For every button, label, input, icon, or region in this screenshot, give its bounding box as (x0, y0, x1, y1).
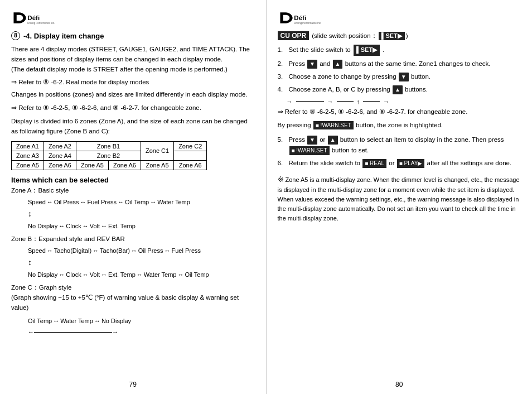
cell-ba56: Zone A5 Zone A6 (76, 160, 141, 170)
defi-logo-right: Défi Driving Performance Inc. (278, 10, 521, 26)
ref-right: ⇒ Refer to ⑧ -6-2-5, ⑧ -6-2-6, and ⑧ -6-… (278, 107, 521, 117)
page-num-left: 79 (129, 381, 137, 388)
svg-text:Driving Performance Inc.: Driving Performance Inc. (27, 22, 55, 25)
zone-c-flow: Oil Temp ↔ Water Temp ↔ No Display ← → (28, 316, 255, 337)
steps-list-2: 5. Press ▼ or ▲ button to select an item… (278, 134, 521, 168)
zone-c-label: Zone C：Graph style (11, 284, 255, 292)
step-4: 4. Choose zone A, B, or C by pressing ▲ … (278, 84, 521, 94)
note-box: ※Zone A5 is a multi-display zone. When t… (278, 174, 521, 223)
step-2: 2. Press ▼ and ▲ buttons at the same tim… (278, 59, 521, 69)
ref2: Refer to ⑧ -6-2-5, ⑧ -6-2-6, and ⑧ -6-2-… (11, 103, 255, 113)
para1: There are 4 display modes (STREET, GAUGE… (11, 45, 255, 74)
zone-a-row2: No Display ↔ Clock ↔ Volt ↔ Ext. Temp (28, 221, 255, 232)
cell-a2: Zone A2 (43, 141, 76, 151)
step-3: 3. Choose a zone to change by pressing ▼… (278, 71, 521, 81)
section-num: 8 (11, 31, 20, 40)
cell-a5a: Zone A5 (12, 160, 44, 170)
zone-table: Zone A1 Zone A2 Zone B1 Zone C1 Zone C2 … (11, 141, 207, 170)
para2: Changes in positions (zones) and sizes a… (11, 90, 255, 100)
left-page: Défi Driving Performance Inc. 8 -4. Disp… (0, 0, 267, 394)
step-6: 6. Return the slide switch to ■ REAL or … (278, 158, 521, 168)
steps-list: 1. Set the slide switch to ▌SET▶ . 2. Pr… (278, 45, 521, 95)
zone-b-label: Zone B：Expanded style and REV BAR (11, 235, 255, 243)
by-pressing: By pressing ■ !WARN.SET button, the zone… (278, 121, 521, 131)
zone-b-flow: Speed ↔ Tacho(Digital) ↔ Tacho(Bar) ↔ Oi… (28, 246, 255, 280)
cell-b1: Zone B1 (76, 141, 141, 151)
zone-c-row1: Oil Temp ↔ Water Temp ↔ No Display (28, 316, 255, 326)
zone-a-row1: Speed ↔ Oil Press ↔ Fuel Press ↔ Oil Tem… (28, 197, 255, 208)
section-title-left: 8 -4. Display item change (11, 31, 255, 40)
cell-a6a: Zone A6 (43, 160, 76, 170)
cell-b2: Zone B2 (76, 151, 141, 160)
cell-a5c: Zone A5 (141, 160, 173, 170)
cell-a6b: Zone A6 (108, 161, 140, 170)
zone-a-label: Zone A：Basic style (11, 186, 255, 195)
zone-b-row1: Speed ↔ Tacho(Digital) ↔ Tacho(Bar) ↔ Oi… (28, 246, 255, 256)
zone-b-row2: No Display ↔ Clock ↔ Volt ↔ Ext. Temp ↔ … (28, 270, 255, 280)
arrow-diagram-row: → → ↑ → (287, 98, 521, 105)
cell-c2b (174, 151, 207, 160)
cell-a1: Zone A1 (12, 141, 44, 151)
items-title: Items which can be selected (11, 176, 255, 184)
ref1: Refer to ⑧ -6-2. Real mode for display m… (11, 78, 255, 88)
cu-opr-header: CU OPR (slide switch position： ▌SET▶ ) (278, 31, 521, 40)
svg-text:Défi: Défi (27, 15, 40, 21)
svg-text:Driving Performance Inc.: Driving Performance Inc. (294, 22, 321, 25)
cell-c1: Zone C1 (141, 141, 173, 160)
zone-a-flow: Speed ↔ Oil Press ↔ Fuel Press ↔ Oil Tem… (28, 197, 255, 232)
set-badge-header: ▌SET▶ (379, 32, 405, 40)
cell-a3: Zone A3 (12, 151, 44, 160)
cell-a5b: Zone A5 (76, 161, 108, 170)
slide-text: (slide switch position： (312, 32, 377, 40)
para3: Display is divided into 6 zones (Zone A)… (11, 117, 255, 137)
step-1: 1. Set the slide switch to ▌SET▶ . (278, 45, 521, 56)
page-num-right: 80 (395, 381, 403, 388)
zone-c-sublabel: (Graph showing −15 to +5℃ (°F) of warnin… (11, 293, 255, 313)
defi-logo-left: Défi Driving Performance Inc. (11, 10, 255, 26)
cell-a4: Zone A4 (43, 151, 76, 160)
step-5: 5. Press ▼ or ▲ button to select an item… (278, 134, 521, 155)
section-title-text: -4. Display item change (23, 32, 104, 40)
cu-opr-badge: CU OPR (278, 31, 309, 40)
cell-c2: Zone C2 (174, 141, 207, 151)
cell-a6c: Zone A6 (174, 160, 207, 170)
svg-text:Défi: Défi (294, 15, 306, 21)
right-page: Défi Driving Performance Inc. CU OPR (sl… (267, 0, 533, 394)
